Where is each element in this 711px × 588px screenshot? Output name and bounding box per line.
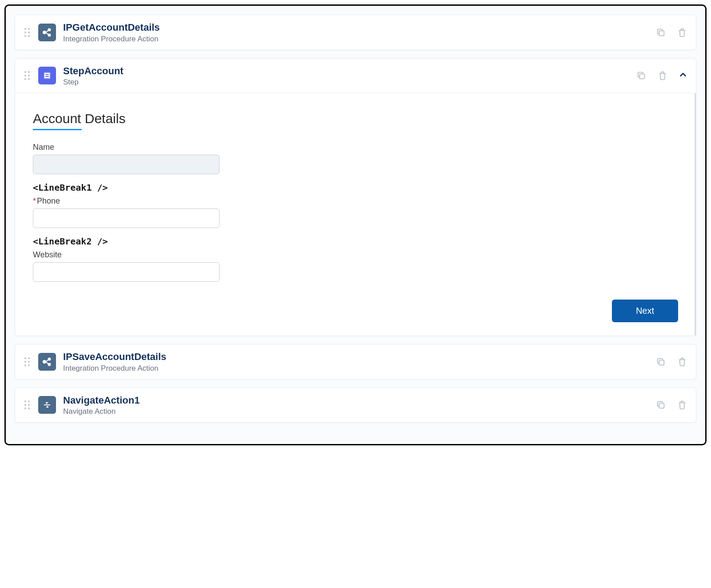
svg-point-0 [43, 31, 46, 34]
next-button[interactable]: Next [612, 300, 678, 322]
element-title: IPSaveAccountDetails [63, 351, 655, 363]
scrollbar-rail[interactable] [695, 93, 696, 336]
clone-icon[interactable] [655, 27, 667, 38]
navigate-action-icon [38, 396, 56, 414]
svg-rect-13 [659, 404, 664, 408]
designer-canvas: IPGetAccountDetails Integration Procedur… [4, 4, 707, 445]
svg-rect-5 [44, 73, 50, 78]
svg-rect-3 [659, 31, 664, 36]
name-label: Name [33, 143, 220, 152]
website-input[interactable] [33, 262, 220, 282]
svg-point-11 [48, 363, 51, 365]
element-title: NavigateAction1 [63, 394, 655, 407]
clone-icon[interactable] [655, 356, 667, 368]
element-subtitle: Step [63, 78, 635, 87]
chevron-up-icon[interactable] [678, 70, 688, 81]
trash-icon[interactable] [676, 356, 688, 368]
trash-icon[interactable] [676, 399, 688, 411]
element-subtitle: Integration Procedure Action [63, 35, 655, 44]
svg-rect-12 [659, 360, 664, 365]
name-input[interactable] [33, 155, 220, 174]
website-label: Website [33, 250, 220, 260]
element-title: StepAccount [63, 65, 635, 77]
phone-label-text: Phone [37, 196, 60, 205]
line-break-tag: <LineBreak1 /> [33, 182, 678, 193]
section-title: Account Details [33, 111, 678, 126]
drag-handle-icon[interactable] [23, 69, 31, 82]
element-ip-get[interactable]: IPGetAccountDetails Integration Procedur… [15, 15, 696, 50]
svg-point-9 [43, 360, 46, 363]
drag-handle-icon[interactable] [23, 356, 31, 368]
trash-icon[interactable] [657, 70, 668, 81]
element-ip-save[interactable]: IPSaveAccountDetails Integration Procedu… [15, 344, 696, 380]
element-title: IPGetAccountDetails [63, 21, 655, 34]
svg-point-2 [48, 34, 51, 36]
element-subtitle: Navigate Action [63, 407, 655, 416]
svg-rect-7 [45, 76, 49, 77]
clone-icon[interactable] [635, 70, 647, 81]
integration-procedure-icon [38, 353, 56, 371]
integration-procedure-icon [38, 24, 56, 41]
step-body: Account Details Name <LineBreak1 /> *Pho… [15, 93, 696, 336]
phone-label: *Phone [33, 196, 220, 206]
line-break-tag: <LineBreak2 /> [33, 236, 678, 247]
phone-input[interactable] [33, 208, 220, 228]
svg-point-1 [48, 28, 51, 31]
svg-rect-8 [639, 74, 644, 79]
element-navigate-action[interactable]: NavigateAction1 Navigate Action [15, 388, 696, 423]
trash-icon[interactable] [676, 27, 688, 38]
drag-handle-icon[interactable] [23, 399, 31, 411]
element-subtitle: Integration Procedure Action [63, 364, 655, 373]
drag-handle-icon[interactable] [23, 26, 31, 39]
step-icon [38, 67, 56, 84]
svg-point-10 [48, 358, 51, 360]
element-step-account[interactable]: StepAccount Step [15, 58, 696, 336]
title-underline [33, 129, 82, 130]
clone-icon[interactable] [655, 399, 667, 411]
required-star-icon: * [33, 196, 36, 205]
svg-rect-6 [45, 74, 49, 75]
